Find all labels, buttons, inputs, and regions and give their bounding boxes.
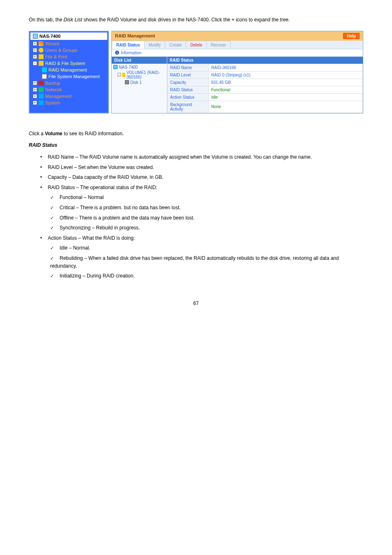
sidebar-item-label: Wizard — [45, 41, 59, 46]
info-icon: i — [115, 51, 119, 55]
panel-title-bar: RAID Management Help — [112, 31, 363, 41]
sidebar-item-label: File & Print — [45, 54, 67, 59]
list-item: Action Status – What the RAID is doing: — [40, 234, 363, 242]
table-row: RAID LevelRAID 0 (Striping) (x1) — [168, 71, 363, 79]
tree-toggle-icon[interactable]: + — [33, 101, 37, 105]
sidebar-item-label: RAID Management — [48, 67, 87, 72]
disk-icon — [125, 80, 129, 84]
status-label: Background Activity — [168, 101, 209, 113]
file-icon — [42, 74, 47, 79]
list-item: RAID Name – The RAID Volume name is auto… — [40, 153, 363, 161]
tab-delete[interactable]: Delete — [186, 41, 207, 49]
tree-collapse-icon[interactable]: - — [118, 73, 121, 76]
section-heading: RAID Status — [29, 142, 57, 148]
list-item: Synchronizing – Rebuild in progress. — [50, 224, 363, 232]
people-icon — [39, 48, 44, 53]
main-panel: RAID Management Help RAID StatusModifyCr… — [111, 31, 363, 113]
list-item: Capacity – Data capacity of the RAID Vol… — [40, 173, 363, 181]
disk-list-header: Disk List — [112, 57, 167, 64]
wand-icon — [39, 41, 44, 46]
computer-icon — [113, 65, 118, 69]
tab-create[interactable]: Create — [165, 41, 186, 49]
information-label: Information — [121, 51, 141, 55]
sidebar-item-label: Users & Groups — [45, 48, 77, 53]
list-item: RAID Level – Set when the Volume was cre… — [40, 164, 363, 171]
sidebar-header: NAS-7400 — [30, 32, 107, 40]
status-label: RAID Level — [168, 71, 209, 79]
list-item: Functional – Normal — [50, 194, 363, 201]
sidebar-item-network[interactable]: +Network — [30, 86, 107, 93]
sidebar-item-backup[interactable]: +Backup — [30, 80, 107, 86]
sidebar-item-raid-management[interactable]: RAID Management — [30, 67, 107, 73]
volume-icon — [122, 73, 125, 77]
sys-icon — [39, 100, 44, 105]
tab-raid-status[interactable]: RAID Status — [112, 41, 145, 49]
list-item: Rebuilding – When a failed disk drive ha… — [50, 254, 363, 270]
sidebar-item-file-system-management[interactable]: File System Management — [30, 73, 107, 80]
tree-toggle-icon[interactable]: + — [33, 55, 37, 59]
sidebar-item-label: Management — [45, 94, 71, 99]
tree-volume[interactable]: - VOLUME1 (RAID-360166) — [113, 70, 165, 80]
backup-icon — [39, 81, 44, 86]
status-value: RAID 0 (Striping) (x1) — [209, 71, 363, 79]
information-bar[interactable]: i Information — [112, 49, 363, 57]
list-item: Initializing – During RAID creation. — [50, 272, 363, 280]
tree-disk[interactable]: Disk 1 — [113, 80, 165, 85]
computer-icon — [33, 34, 38, 39]
list-item: Critical – There is a problem. but no da… — [50, 204, 363, 212]
tree-toggle-icon[interactable]: + — [33, 48, 37, 52]
status-label: Action Status — [168, 93, 209, 101]
status-value: Functional — [209, 86, 363, 93]
sidebar-item-management[interactable]: +Management — [30, 93, 107, 99]
sidebar-item-label: RAID & File System — [45, 61, 85, 66]
page-number: 67 — [29, 301, 363, 306]
raid-status-header: RAID Status — [167, 57, 363, 64]
sidebar-item-raid-file-system[interactable]: -RAID & File System — [30, 60, 107, 67]
list-item: Offline – There is a problem and the dat… — [50, 214, 363, 222]
tree-toggle-icon[interactable]: + — [33, 81, 37, 85]
disk-icon — [42, 67, 47, 72]
list-item: RAID Status – The operational status of … — [40, 184, 363, 192]
sidebar-item-wizard[interactable]: +Wizard — [30, 40, 107, 47]
sidebar-item-file-print[interactable]: +File & Print — [30, 53, 107, 60]
status-label: RAID Name — [168, 64, 209, 71]
status-value: RAID-360166 — [209, 64, 363, 71]
table-row: RAID NameRAID-360166 — [168, 64, 363, 71]
tree-root[interactable]: NAS-7400 — [113, 65, 165, 70]
mgmt-icon — [39, 94, 44, 99]
table-row: Action StatusIdle — [168, 93, 363, 101]
tab-modify[interactable]: Modify — [144, 41, 165, 49]
status-label: Capacity — [168, 79, 209, 86]
ui-screenshot: NAS-7400 +Wizard+Users & Groups+File & P… — [29, 31, 363, 113]
raid-icon — [39, 61, 44, 66]
disk-list: Disk List NAS-7400 - VOLUME1 (RAID-36016… — [112, 57, 167, 113]
table-row: Capacity931.45 GB — [168, 79, 363, 86]
list-item: Idle – Normal. — [50, 244, 363, 252]
sidebar-item-label: Network — [45, 87, 62, 92]
status-value: 931.45 GB — [209, 79, 363, 86]
help-button[interactable]: Help — [343, 33, 360, 39]
sidebar-item-label: Backup — [45, 81, 60, 86]
folder-icon — [39, 54, 44, 59]
sidebar-header-label: NAS-7400 — [39, 34, 60, 39]
net-icon — [39, 87, 44, 92]
tree-toggle-icon[interactable]: + — [33, 94, 37, 98]
tree-toggle-icon[interactable]: + — [33, 88, 37, 92]
tree-toggle-icon[interactable]: + — [33, 42, 37, 46]
status-value: None — [209, 101, 363, 113]
sidebar: NAS-7400 +Wizard+Users & Groups+File & P… — [29, 31, 109, 113]
body-content: Click a Volume to see its RAID informati… — [29, 130, 363, 280]
sidebar-item-users-groups[interactable]: +Users & Groups — [30, 47, 107, 53]
tab-bar: RAID StatusModifyCreateDeleteRecover — [112, 41, 363, 49]
tree-toggle-icon[interactable]: - — [33, 61, 37, 65]
sidebar-item-label: File System Management — [48, 74, 100, 79]
status-label: RAID Status — [168, 86, 209, 93]
sidebar-item-label: System — [45, 100, 60, 105]
tab-recover[interactable]: Recover — [206, 41, 231, 49]
status-value: Idle — [209, 93, 363, 101]
raid-status-panel: RAID Status RAID NameRAID-360166RAID Lev… — [167, 57, 363, 113]
table-row: RAID StatusFunctional — [168, 86, 363, 93]
sidebar-item-system[interactable]: +System — [30, 99, 107, 106]
table-row: Background ActivityNone — [168, 101, 363, 113]
panel-title: RAID Management — [115, 33, 155, 38]
